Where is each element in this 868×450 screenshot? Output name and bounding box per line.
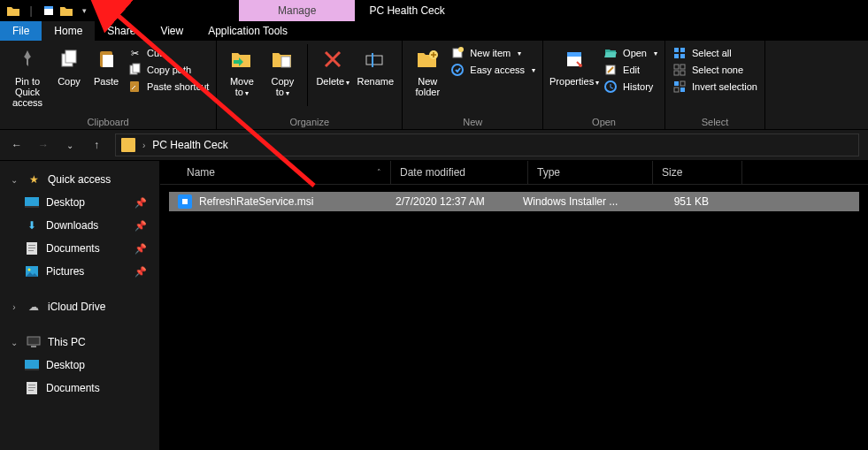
copy-to-button[interactable]: Copy to▾ (265, 44, 300, 99)
svg-rect-9 (281, 57, 290, 67)
title-bar: | ▾ Manage PC Health Ceck (0, 0, 868, 21)
address-bar[interactable]: › PC Health Ceck (115, 133, 859, 156)
pictures-icon (25, 264, 39, 278)
new-folder-button[interactable]: New folder (410, 44, 445, 97)
tab-share[interactable]: Share (95, 21, 148, 41)
svg-rect-47 (28, 387, 35, 388)
navigation-bar: ← → ⌄ ↑ › PC Health Ceck (0, 130, 868, 161)
tab-home[interactable]: Home (42, 21, 95, 41)
svg-rect-36 (28, 245, 35, 246)
tab-view[interactable]: View (148, 21, 196, 41)
new-item-icon (450, 46, 465, 60)
back-button[interactable]: ← (9, 137, 25, 153)
svg-rect-28 (680, 71, 685, 75)
svg-rect-42 (31, 346, 36, 347)
svg-rect-3 (65, 50, 76, 63)
sidebar-item-downloads[interactable]: ⬇ Downloads📌 (0, 214, 159, 237)
svg-rect-22 (680, 48, 685, 52)
file-list: Name˄ Date modified Type Size RefreshRat… (160, 161, 868, 450)
contextual-tab-manage[interactable]: Manage (239, 0, 355, 21)
group-open: Properties▾ Open▾ Edit History Open (543, 41, 665, 129)
svg-rect-25 (674, 65, 679, 69)
forward-button[interactable]: → (35, 137, 51, 153)
file-type: Windows Installer ... (523, 195, 638, 208)
sidebar-item-documents[interactable]: Documents📌 (0, 237, 159, 260)
column-header-type[interactable]: Type (528, 161, 653, 184)
folder-icon (5, 3, 21, 19)
up-button[interactable]: ↑ (88, 137, 104, 153)
paste-shortcut-button[interactable]: Paste shortcut (127, 80, 209, 94)
svg-rect-48 (28, 390, 34, 391)
svg-rect-32 (680, 88, 685, 92)
properties-button[interactable]: Properties▾ (550, 44, 598, 88)
main-area: ⌄ ★ Quick access Desktop📌 ⬇ Downloads📌 D… (0, 161, 868, 450)
folder-icon (121, 138, 135, 152)
new-item-button[interactable]: New item▾ (450, 46, 535, 60)
select-none-icon (672, 63, 687, 77)
svg-point-14 (458, 47, 464, 52)
sidebar-item-pictures[interactable]: Pictures📌 (0, 260, 159, 283)
paste-shortcut-icon (127, 80, 142, 94)
svg-point-15 (452, 65, 463, 75)
sidebar-item-this-pc[interactable]: ⌄ This PC (0, 331, 159, 354)
breadcrumb-segment[interactable]: PC Health Ceck (152, 139, 227, 151)
svg-rect-26 (680, 65, 685, 69)
edit-button[interactable]: Edit (603, 63, 657, 77)
desktop-icon (25, 195, 39, 210)
sidebar-item-icloud-drive[interactable]: › ☁ iCloud Drive (0, 295, 159, 318)
properties-icon[interactable] (41, 3, 57, 19)
file-size: 951 KB (638, 195, 719, 208)
svg-rect-29 (674, 81, 679, 86)
svg-rect-1 (44, 6, 53, 9)
history-button[interactable]: History (603, 80, 657, 94)
svg-rect-10 (366, 56, 382, 65)
sidebar-item-desktop[interactable]: Desktop📌 (0, 191, 159, 214)
svg-rect-46 (28, 385, 35, 385)
qat-dropdown-icon[interactable]: ▾ (76, 3, 92, 19)
select-none-button[interactable]: Select none (672, 63, 757, 77)
sidebar-item-documents-pc[interactable]: Documents (0, 377, 159, 400)
rename-button[interactable]: Rename (356, 44, 395, 87)
move-to-icon (228, 46, 255, 72)
file-name: RefreshRateService.msi (199, 195, 396, 208)
copy-path-button[interactable]: Copy path (127, 63, 209, 77)
open-button[interactable]: Open▾ (603, 46, 657, 60)
invert-selection-button[interactable]: Invert selection (672, 80, 757, 94)
tab-file[interactable]: File (0, 21, 42, 41)
sidebar-item-desktop-pc[interactable]: Desktop (0, 354, 159, 377)
svg-rect-37 (28, 248, 35, 248)
svg-point-40 (28, 269, 31, 271)
properties-icon (561, 46, 588, 72)
new-folder-icon (414, 46, 441, 72)
svg-rect-21 (674, 48, 679, 52)
delete-button[interactable]: Delete▾ (315, 44, 350, 88)
svg-rect-33 (25, 197, 39, 206)
easy-access-icon (450, 63, 465, 77)
svg-rect-24 (680, 54, 685, 58)
scissors-icon: ✂ (127, 46, 142, 60)
tab-application-tools[interactable]: Application Tools (196, 21, 300, 41)
this-pc-icon (27, 335, 41, 349)
svg-rect-5 (103, 55, 113, 67)
recent-locations-button[interactable]: ⌄ (62, 137, 78, 153)
column-header-size[interactable]: Size (653, 161, 742, 184)
group-select: Select all Select none Invert selection … (665, 41, 765, 129)
pin-to-quick-access-button[interactable]: Pin to Quick access (7, 44, 48, 108)
group-organize: Move to▾ Copy to▾ Delete▾ Rename Organiz… (217, 41, 403, 129)
file-row[interactable]: RefreshRateService.msi 2/7/2020 12:37 AM… (169, 192, 859, 211)
new-folder-icon[interactable] (58, 3, 74, 19)
svg-rect-23 (674, 54, 679, 58)
ribbon-tabs: File Home Share View Application Tools (0, 21, 868, 41)
move-to-button[interactable]: Move to▾ (224, 44, 259, 99)
paste-button[interactable]: Paste (90, 44, 122, 87)
invert-selection-icon (672, 80, 687, 94)
select-all-button[interactable]: Select all (672, 46, 757, 60)
documents-icon (25, 381, 39, 395)
copy-path-icon (127, 63, 142, 77)
copy-button[interactable]: Copy (53, 44, 85, 87)
sidebar-item-quick-access[interactable]: ⌄ ★ Quick access (0, 168, 159, 191)
easy-access-button[interactable]: Easy access▾ (450, 63, 535, 77)
cut-button[interactable]: ✂Cut (127, 46, 209, 60)
column-header-name[interactable]: Name˄ (178, 161, 391, 184)
column-header-date[interactable]: Date modified (391, 161, 528, 184)
